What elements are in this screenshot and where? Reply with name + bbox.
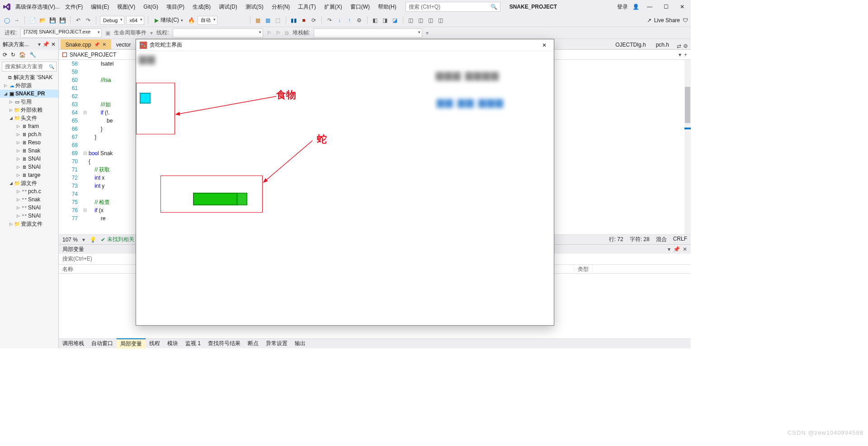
thread-icon[interactable]: ⧉ bbox=[285, 30, 289, 36]
save-all-icon[interactable]: 💾 bbox=[58, 16, 66, 24]
tool-icon-1[interactable]: ▦ bbox=[254, 16, 262, 24]
menu-ext[interactable]: 扩展(X) bbox=[321, 1, 346, 13]
tree-s-snai1[interactable]: SNAI bbox=[28, 204, 41, 211]
tabs-gear-icon[interactable]: ⚙ bbox=[683, 43, 688, 49]
dropdown-icon[interactable]: ▾ bbox=[38, 41, 41, 47]
stackframe-dropdown[interactable] bbox=[314, 28, 422, 38]
solution-search-input[interactable]: 搜索解决方案资 bbox=[2, 62, 57, 71]
process-dropdown[interactable]: [7328] SNAKE_PROJECT.exe bbox=[20, 28, 102, 38]
flag-icon[interactable]: 🏳 bbox=[267, 30, 272, 36]
status-crlf[interactable]: CRLF bbox=[673, 236, 687, 243]
tree-refs[interactable]: 引用 bbox=[21, 98, 32, 106]
zoom-level[interactable]: 107 % bbox=[62, 237, 78, 243]
maximize-button[interactable]: ☐ bbox=[660, 2, 672, 11]
snake-game-window[interactable]: 贪吃蛇主界面 ✕ ▆▆ ▆▆▆ ▆▆▆▆ ▆▆ ▆▆ ▆▆▆ 食物 蛇 bbox=[136, 39, 554, 326]
menu-edit[interactable]: 编辑(E) bbox=[87, 1, 113, 13]
home2-icon[interactable]: 🏠 bbox=[19, 52, 26, 58]
nav-fwd-icon[interactable]: → bbox=[13, 16, 21, 24]
wrench-icon[interactable]: 🔧 bbox=[29, 52, 36, 58]
tree-extdep[interactable]: 外部依赖 bbox=[21, 106, 42, 114]
bottab-breakpoints[interactable]: 断点 bbox=[244, 339, 262, 348]
tool-icon-14[interactable]: ◫ bbox=[437, 16, 445, 24]
step-out-icon[interactable]: ↑ bbox=[345, 16, 354, 24]
close-button[interactable]: ✕ bbox=[676, 2, 688, 11]
menu-view[interactable]: 视图(V) bbox=[113, 1, 139, 13]
new-icon[interactable]: 📄 bbox=[28, 16, 37, 24]
tool-icon-10[interactable]: ◪ bbox=[391, 16, 399, 24]
crumb-dropdown-icon[interactable]: ▾ bbox=[679, 52, 681, 58]
panel-dropdown-icon[interactable]: ▾ bbox=[668, 246, 670, 252]
tool-icon-8[interactable]: ◧ bbox=[371, 16, 379, 24]
pin-icon[interactable]: 📌 bbox=[94, 42, 99, 47]
tool-icon-9[interactable]: ◨ bbox=[381, 16, 389, 24]
tabs-menu-icon[interactable]: ⇄ bbox=[677, 43, 681, 49]
hot-reload-icon[interactable]: 🔥 bbox=[188, 16, 196, 24]
menu-test[interactable]: 测试(S) bbox=[242, 1, 267, 13]
menu-git[interactable]: Git(G) bbox=[140, 2, 162, 12]
issues-label[interactable]: 未找到相关 bbox=[107, 236, 134, 243]
menu-analyze[interactable]: 分析(N) bbox=[268, 1, 294, 13]
config-dropdown[interactable]: Debug bbox=[100, 16, 124, 25]
admin-icon[interactable]: 🛡 bbox=[683, 17, 688, 24]
tree-s-snai2[interactable]: SNAI bbox=[28, 213, 41, 219]
locals-col-type[interactable]: 类型 bbox=[574, 265, 593, 273]
game-close-button[interactable]: ✕ bbox=[538, 41, 550, 50]
home-icon[interactable]: ⟳ bbox=[3, 52, 7, 58]
menu-help[interactable]: 帮助(H) bbox=[374, 1, 400, 13]
tree-solution[interactable]: 解决方案 'SNAK bbox=[14, 74, 52, 81]
minimize-button[interactable]: — bbox=[644, 2, 656, 11]
bottab-output[interactable]: 输出 bbox=[291, 339, 309, 348]
restart-icon[interactable]: ⟳ bbox=[310, 16, 318, 24]
tree-h-snak[interactable]: Snak bbox=[28, 147, 40, 154]
tree-s-snak[interactable]: Snak bbox=[28, 196, 40, 203]
menu-build[interactable]: 生成(B) bbox=[189, 1, 214, 13]
solution-tree[interactable]: ⧉解决方案 'SNAK ▷☁外部源 ◢▣SNAKE_PR ▷▭引用 ▷📁外部依赖… bbox=[0, 73, 58, 348]
live-share-label[interactable]: Live Share bbox=[654, 17, 680, 24]
status-mixed[interactable]: 混合 bbox=[656, 236, 667, 243]
flag-icon-2[interactable]: 🏳 bbox=[276, 30, 281, 36]
pin-icon[interactable]: 📌 bbox=[42, 41, 49, 47]
tree-external[interactable]: 外部源 bbox=[15, 82, 32, 90]
step-over-icon[interactable]: ↷ bbox=[326, 16, 334, 24]
tool-icon-3[interactable]: ⬚ bbox=[274, 16, 282, 24]
menu-debug[interactable]: 调试(D) bbox=[215, 1, 241, 13]
tab-vector[interactable]: vector bbox=[111, 39, 136, 49]
undo-icon[interactable]: ↶ bbox=[74, 16, 82, 24]
continue-button[interactable]: ▶ 继续(C) ▾ bbox=[152, 16, 186, 24]
bottab-watch1[interactable]: 监视 1 bbox=[182, 339, 204, 348]
tree-project[interactable]: SNAKE_PR bbox=[15, 90, 45, 97]
tool-icon-11[interactable]: ◫ bbox=[407, 16, 415, 24]
redo-icon[interactable]: ↷ bbox=[84, 16, 92, 24]
menu-file[interactable]: 文件(F) bbox=[61, 1, 86, 13]
tree-h-snai2[interactable]: SNAI bbox=[28, 164, 41, 170]
open-icon[interactable]: 📂 bbox=[38, 16, 47, 24]
bottab-findsym[interactable]: 查找符号结果 bbox=[204, 339, 244, 348]
menu-window[interactable]: 窗口(W) bbox=[347, 1, 373, 13]
tree-h-snai1[interactable]: SNAI bbox=[28, 156, 41, 162]
refresh-icon[interactable]: ↻ bbox=[11, 52, 15, 58]
panel-pin-icon[interactable]: 📌 bbox=[673, 246, 680, 252]
tree-sources[interactable]: 源文件 bbox=[21, 180, 37, 187]
bottab-locals[interactable]: 局部变量 bbox=[117, 338, 146, 349]
thread-dropdown[interactable] bbox=[173, 28, 263, 38]
tab-dlg[interactable]: OJECTDlg.h bbox=[610, 39, 651, 49]
nav-back-icon[interactable]: ◯ bbox=[3, 16, 11, 24]
tree-headers[interactable]: 头文件 bbox=[21, 114, 37, 122]
tab-snake-cpp[interactable]: Snake.cpp 📌 ✕ bbox=[61, 39, 111, 49]
bottab-exceptions[interactable]: 异常设置 bbox=[262, 339, 291, 348]
lightbulb-icon[interactable]: 💡 bbox=[90, 237, 96, 243]
bottab-threads[interactable]: 线程 bbox=[146, 339, 164, 348]
step-into-icon[interactable]: ↓ bbox=[335, 16, 344, 24]
vertical-scrollbar[interactable] bbox=[684, 60, 691, 234]
tree-h-fram[interactable]: fram bbox=[28, 123, 39, 129]
tree-h-pch[interactable]: pch.h bbox=[28, 131, 41, 138]
menu-project[interactable]: 项目(P) bbox=[163, 1, 188, 13]
game-canvas[interactable]: ▆▆ ▆▆▆ ▆▆▆▆ ▆▆ ▆▆ ▆▆▆ 食物 蛇 bbox=[136, 51, 554, 325]
advanced-save-options[interactable]: 高级保存选项(V)... bbox=[15, 3, 60, 11]
tree-res[interactable]: 资源文件 bbox=[21, 220, 42, 228]
stop-icon[interactable]: ■ bbox=[300, 16, 308, 24]
tree-s-pch[interactable]: pch.c bbox=[28, 188, 41, 195]
bottab-callstack[interactable]: 调用堆栈 bbox=[59, 339, 88, 348]
tool-icon-7[interactable]: ⚙ bbox=[355, 16, 363, 24]
login-person-icon[interactable]: 👤 bbox=[632, 4, 639, 10]
